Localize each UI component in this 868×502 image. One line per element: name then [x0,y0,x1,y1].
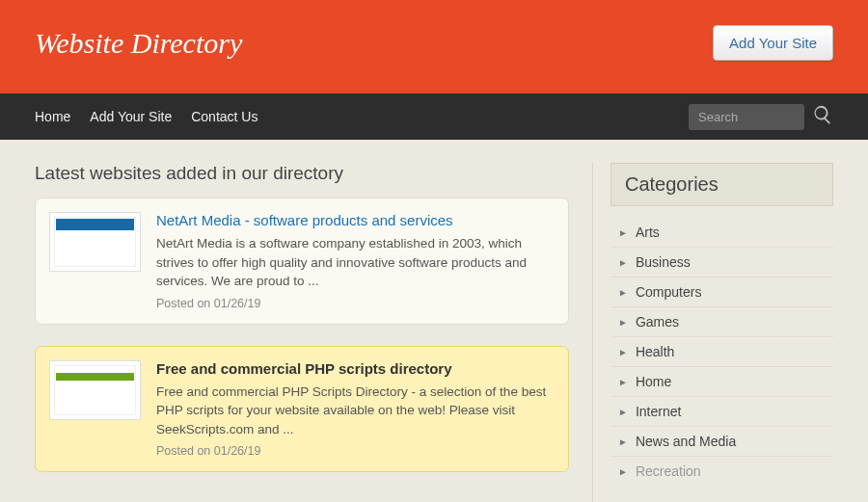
category-label: Home [636,374,671,389]
section-title: Latest websites added in our directory [35,163,569,184]
listing-meta: Posted on 01/26/19 [156,297,555,310]
category-item[interactable]: ►Home [610,367,833,397]
chevron-right-icon: ► [618,347,628,357]
category-label: Computers [636,284,701,300]
listing-thumbnail[interactable] [49,360,141,420]
chevron-right-icon: ► [618,317,628,328]
categories-header: Categories [610,163,833,206]
nav-home[interactable]: Home [35,109,70,124]
chevron-right-icon: ► [618,257,628,268]
search-icon[interactable] [812,104,833,129]
listing-thumbnail[interactable] [49,212,141,272]
banner: Website Directory Add Your Site [0,0,868,93]
category-item[interactable]: ►Internet [610,397,833,427]
search-input[interactable] [689,104,804,130]
category-label: Internet [636,404,681,419]
listing-meta: Posted on 01/26/19 [156,444,555,458]
chevron-right-icon: ► [618,466,628,477]
categories-list: ►Arts ►Business ►Computers ►Games ►Healt… [610,218,833,486]
category-label: Games [636,314,679,330]
nav-right [689,104,833,130]
listing-desc: Free and commercial PHP Scripts Director… [156,383,555,439]
nav-add-site[interactable]: Add Your Site [90,109,172,124]
navbar: Home Add Your Site Contact Us [0,93,868,140]
category-label: Business [636,254,691,270]
category-label: News and Media [636,434,736,449]
category-item[interactable]: ►Arts [610,218,833,248]
category-item[interactable]: ►Recreation [610,457,833,486]
category-label: Arts [636,225,660,240]
category-item[interactable]: ►Health [610,337,833,367]
listing-title[interactable]: NetArt Media - software products and ser… [156,212,555,228]
listing-card: Free and commercial PHP scripts director… [35,346,569,473]
category-label: Recreation [636,463,701,479]
category-item[interactable]: ►Business [610,248,833,277]
nav-contact[interactable]: Contact Us [191,109,258,124]
listing-body: NetArt Media - software products and ser… [156,212,555,310]
main: Latest websites added in our directory N… [0,140,868,502]
chevron-right-icon: ► [618,377,628,387]
category-item[interactable]: ►Computers [610,277,833,307]
chevron-right-icon: ► [618,287,628,298]
category-item[interactable]: ►News and Media [610,427,833,457]
category-item[interactable]: ►Games [610,307,833,337]
chevron-right-icon: ► [618,227,628,238]
category-label: Health [636,344,674,359]
chevron-right-icon: ► [618,436,628,447]
listing-desc: NetArt Media is a software company estab… [156,234,555,291]
nav-links: Home Add Your Site Contact Us [35,109,258,124]
chevron-right-icon: ► [618,407,628,417]
add-site-button[interactable]: Add Your Site [713,25,833,61]
site-title: Website Directory [35,27,242,60]
sidebar: Categories ►Arts ►Business ►Computers ►G… [592,163,833,502]
listings-column: Latest websites added in our directory N… [35,163,569,493]
listing-title[interactable]: Free and commercial PHP scripts director… [156,360,555,377]
listing-body: Free and commercial PHP scripts director… [156,360,555,459]
listing-card: NetArt Media - software products and ser… [35,198,569,325]
